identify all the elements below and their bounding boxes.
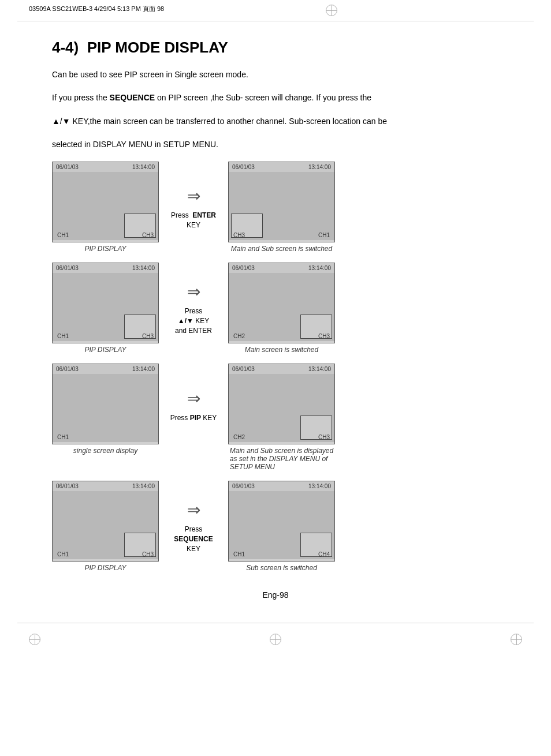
reg-circle-bottom-center	[270, 634, 281, 645]
row4-right-header: 06/01/03 13:14:00	[229, 481, 334, 491]
row1-right-body: CH3 CH1	[229, 172, 334, 240]
intro-line4: selected in DISPLAY MENU in SETUP MENU.	[52, 138, 499, 151]
row3-right-header: 06/01/03 13:14:00	[229, 364, 334, 374]
row4-arrow-icon: ⇒	[187, 498, 200, 522]
intro-line2-pre: If you press the	[52, 93, 110, 102]
row2-left-ch-main: CH1	[57, 333, 69, 339]
row2-arrow: ⇒ Press▲/▼ KEYand ENTER	[162, 280, 225, 335]
row1-left-screen: 06/01/03 13:14:00 CH1 CH3	[52, 162, 159, 242]
row1-left-ch-sub: CH3	[142, 232, 154, 238]
row1-left-header: 06/01/03 13:14:00	[53, 162, 158, 172]
row2-left-unit: 06/01/03 13:14:00 CH1 CH3 PIP DISPLAY	[52, 263, 159, 354]
row4-left-ch-sub: CH3	[142, 551, 154, 557]
row1-right-label: Main and Sub screen is switched	[231, 245, 332, 253]
row1-right-date: 06/01/03	[232, 164, 255, 170]
diagram-row-4: 06/01/03 13:14:00 CH1 CH3 PIP DISPLAY ⇒	[52, 481, 499, 572]
page-footer: Eng-98	[52, 590, 499, 600]
row4-right-screen: 06/01/03 13:14:00 CH1 CH4	[228, 481, 335, 562]
row2-left-ch-sub: CH3	[142, 333, 154, 339]
row4-right-time: 13:14:00	[308, 483, 331, 489]
intro-line2-post: on PIP screen ,the Sub- screen will chan…	[155, 93, 371, 102]
diagram-row-2: 06/01/03 13:14:00 CH1 CH3 PIP DISPLAY ⇒	[52, 263, 499, 354]
row2-right-ch-main: CH2	[233, 333, 245, 339]
row4-right-ch-main: CH1	[233, 551, 245, 557]
row2-right-date: 06/01/03	[232, 265, 255, 271]
row3-left-header: 06/01/03 13:14:00	[53, 364, 158, 374]
row4-left-date: 06/01/03	[56, 483, 79, 489]
row1-arrow-icon: ⇒	[187, 184, 200, 208]
row3-right-body: CH2 CH3	[229, 374, 334, 442]
row1-arrow: ⇒ Press ENTERKEY	[162, 184, 225, 230]
reg-circle-bottom-right	[511, 634, 522, 645]
row1-left-label: PIP DISPLAY	[84, 245, 126, 253]
row4-left-label: PIP DISPLAY	[84, 564, 126, 572]
row2-right-time: 13:14:00	[308, 265, 331, 271]
row2-right-ch-sub: CH3	[318, 333, 330, 339]
row1-left-date: 06/01/03	[56, 164, 79, 170]
row2-right-screen: 06/01/03 13:14:00 CH2 CH3	[228, 263, 335, 343]
row3-left-label: single screen display	[73, 447, 137, 455]
row3-right-time: 13:14:00	[308, 366, 331, 372]
row4-arrow: ⇒ PressSEQUENCEKEY	[162, 498, 225, 553]
row1-right-screen: 06/01/03 13:14:00 CH3 CH1	[228, 162, 335, 242]
row1-right-time: 13:14:00	[308, 164, 331, 170]
row4-right-unit: 06/01/03 13:14:00 CH1 CH4 Sub screen is …	[228, 481, 335, 572]
row3-right-unit: 06/01/03 13:14:00 CH2 CH3 Main and Sub s…	[228, 364, 335, 471]
row1-right-unit: 06/01/03 13:14:00 CH3 CH1 Main and Sub s…	[228, 162, 335, 253]
row4-left-screen: 06/01/03 13:14:00 CH1 CH3	[52, 481, 159, 562]
row3-arrow-label: Press PIP KEY	[170, 413, 217, 423]
row2-right-header: 06/01/03 13:14:00	[229, 263, 334, 273]
row1-left-body: CH1 CH3	[53, 172, 158, 240]
reg-circle-top	[326, 5, 337, 16]
row1-left-unit: 06/01/03 13:14:00 CH1 CH3 PIP DISPLAY	[52, 162, 159, 253]
row4-right-date: 06/01/03	[232, 483, 255, 489]
row3-left-date: 06/01/03	[56, 366, 79, 372]
row2-arrow-icon: ⇒	[187, 280, 200, 304]
row4-left-time: 13:14:00	[132, 483, 155, 489]
row2-left-body: CH1 CH3	[53, 273, 158, 341]
reg-circle-bottom-left	[29, 634, 40, 645]
row1-right-ch-sub: CH3	[233, 232, 245, 238]
row3-left-ch-main: CH1	[57, 434, 69, 440]
row2-right-label: Main screen is switched	[245, 346, 318, 354]
row1-left-ch-main: CH1	[57, 232, 69, 238]
row3-left-time: 13:14:00	[132, 366, 155, 372]
row1-right-header: 06/01/03 13:14:00	[229, 162, 334, 172]
row3-right-ch-main: CH2	[233, 434, 245, 440]
row4-left-body: CH1 CH3	[53, 491, 158, 559]
intro-line2-bold: SEQUENCE	[110, 93, 155, 102]
row3-arrow: ⇒ Press PIP KEY	[162, 387, 225, 423]
row2-left-time: 13:14:00	[132, 265, 155, 271]
row2-left-header: 06/01/03 13:14:00	[53, 263, 158, 273]
row1-right-ch-main: CH1	[318, 232, 330, 238]
reg-mark-bottom	[0, 629, 551, 650]
diagram-row-1: 06/01/03 13:14:00 CH1 CH3 PIP DISPLAY ⇒	[52, 162, 499, 253]
row4-left-header: 06/01/03 13:14:00	[53, 481, 158, 491]
intro-line2: If you press the SEQUENCE on PIP screen …	[52, 91, 499, 104]
row4-right-label: Sub screen is switched	[246, 564, 317, 572]
row1-left-time: 13:14:00	[132, 164, 155, 170]
row2-left-label: PIP DISPLAY	[84, 346, 126, 354]
diagrams-grid: 06/01/03 13:14:00 CH1 CH3 PIP DISPLAY ⇒	[52, 162, 499, 579]
row2-left-screen: 06/01/03 13:14:00 CH1 CH3	[52, 263, 159, 343]
row2-arrow-label: Press▲/▼ KEYand ENTER	[175, 306, 212, 335]
row3-right-date: 06/01/03	[232, 366, 255, 372]
row3-right-label: Main and Sub screen is displayedas set i…	[230, 447, 333, 471]
row2-right-unit: 06/01/03 13:14:00 CH2 CH3 Main screen is…	[228, 263, 335, 354]
row2-left-date: 06/01/03	[56, 265, 79, 271]
page-number: Eng-98	[262, 590, 288, 600]
bottom-separator	[17, 623, 534, 623]
row3-left-unit: 06/01/03 13:14:00 CH1 single screen disp…	[52, 364, 159, 455]
diagram-row-3: 06/01/03 13:14:00 CH1 single screen disp…	[52, 364, 499, 471]
section-number: 4-4)	[52, 39, 79, 56]
intro-line1: Can be used to see PIP screen in Single …	[52, 68, 499, 81]
intro-line3: ▲/▼ KEY,the main screen can be transferr…	[52, 115, 499, 128]
section-title-text: PIP MODE DISPLAY	[87, 39, 228, 56]
row4-right-body: CH1 CH4	[229, 491, 334, 559]
row4-arrow-label: PressSEQUENCEKEY	[174, 525, 213, 553]
reg-mark-top: 03509A SSC21WEB-3 4/29/04 5:13 PM 頁面 98	[0, 0, 551, 21]
row1-arrow-label: Press ENTERKEY	[171, 211, 216, 230]
row4-left-ch-main: CH1	[57, 551, 69, 557]
main-content: 4-4) PIP MODE DISPLAY Can be used to see…	[0, 21, 551, 617]
row4-right-ch-sub: CH4	[318, 551, 330, 557]
